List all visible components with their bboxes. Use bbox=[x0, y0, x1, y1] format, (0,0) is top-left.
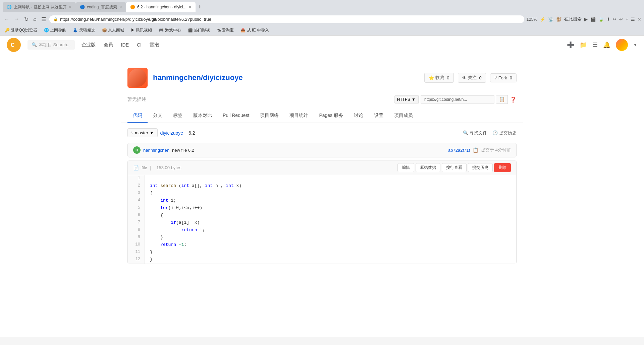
forward-button[interactable]: → bbox=[13, 15, 21, 23]
back-button[interactable]: ← bbox=[3, 15, 11, 23]
bookmark-2[interactable]: 👗 天猫精选 bbox=[71, 27, 96, 34]
project-search[interactable]: 🔍 本项目 Search... bbox=[28, 40, 75, 50]
bookmark-5[interactable]: 🎮 游戏中心 bbox=[157, 27, 182, 34]
nav-leipa[interactable]: 雷泡 bbox=[150, 42, 159, 48]
tab1-favicon: 🌐 bbox=[7, 5, 12, 9]
branch-icon: ⑂ bbox=[131, 131, 133, 135]
nav-ci[interactable]: CI bbox=[137, 42, 142, 48]
file-header: 📄 file | 153.00 bytes 编辑 原始数据 按行查看 提交历史 … bbox=[128, 160, 516, 175]
file-view: 📄 file | 153.00 bytes 编辑 原始数据 按行查看 提交历史 … bbox=[127, 160, 517, 264]
search-shortcut[interactable]: 在此搜索 bbox=[564, 16, 582, 22]
user-avatar[interactable] bbox=[616, 39, 628, 51]
tab-tags[interactable]: 标签 bbox=[168, 109, 188, 123]
bookmark-3[interactable]: 📦 京东商城 bbox=[101, 27, 125, 34]
svg-text:C: C bbox=[11, 42, 15, 48]
repo-tabs: 代码 分支 标签 版本对比 Pull Request 项目网络 项目统计 Pag… bbox=[121, 109, 523, 123]
tab2-close[interactable]: ✕ bbox=[119, 5, 122, 9]
home-button[interactable]: ⌂ bbox=[32, 15, 38, 23]
close-icon[interactable]: ✕ bbox=[638, 17, 641, 22]
line-num-10: 10 bbox=[128, 242, 145, 249]
page: C 🔍 本项目 Search... 企业版 会员 IDE CI 雷泡 ➕ 📁 ☰… bbox=[0, 36, 644, 337]
clone-url-input[interactable] bbox=[421, 95, 494, 104]
nav-ide[interactable]: IDE bbox=[121, 42, 129, 48]
tab-branches[interactable]: 分支 bbox=[148, 109, 168, 123]
line-content-3: { bbox=[145, 190, 516, 197]
fork-button[interactable]: ⑂ Fork 0 bbox=[490, 73, 517, 82]
line-content-10: return -1; bbox=[145, 242, 516, 249]
play-icon: ▶ bbox=[584, 17, 588, 22]
bookmark-0[interactable]: 🔑 登录QQ浏览器 bbox=[3, 27, 39, 34]
delete-button[interactable]: 删除 bbox=[494, 163, 511, 172]
nav-enterprise[interactable]: 企业版 bbox=[82, 42, 96, 48]
edit-button[interactable]: 编辑 bbox=[397, 163, 414, 172]
bookmark-6[interactable]: 🎬 热门影视 bbox=[186, 27, 211, 34]
code-line-6: 6 { bbox=[128, 212, 516, 219]
watch-button[interactable]: 👁 关注 0 bbox=[458, 73, 486, 83]
commit-hash[interactable]: ab72a2f71f bbox=[448, 148, 470, 153]
bell-icon[interactable]: 🔔 bbox=[603, 41, 610, 49]
code-line-10: 10 return -1; bbox=[128, 242, 516, 249]
branch-select[interactable]: ⑂ master ▼ bbox=[127, 128, 158, 137]
commit-history-link[interactable]: 🕐 提交历史 bbox=[492, 130, 517, 136]
line-num-12: 12 bbox=[128, 256, 145, 264]
bookmark-8[interactable]: 📥 从 IE 中导入 bbox=[239, 27, 270, 34]
tab-code[interactable]: 代码 bbox=[127, 109, 148, 123]
add-icon[interactable]: ➕ bbox=[567, 41, 574, 49]
refresh-button[interactable]: ↻ bbox=[23, 15, 30, 23]
copy-url-button[interactable]: 📋 bbox=[496, 95, 508, 104]
bookmark-4[interactable]: ▶ 腾讯视频 bbox=[129, 27, 153, 34]
code-line-3: 3 { bbox=[128, 190, 516, 197]
tab-members[interactable]: 项目成员 bbox=[389, 109, 418, 123]
cut-icon: ✂ bbox=[613, 17, 616, 22]
bookmark-1[interactable]: 🌐 上网导航 bbox=[43, 27, 67, 34]
folder-icon[interactable]: 📁 bbox=[580, 41, 587, 49]
tab3-close[interactable]: ✕ bbox=[189, 5, 192, 9]
tab-stats[interactable]: 项目统计 bbox=[284, 109, 314, 123]
tab1-close[interactable]: ✕ bbox=[69, 5, 72, 9]
committer-name[interactable]: hanmingchen bbox=[143, 148, 169, 153]
line-content-6: { bbox=[145, 212, 516, 219]
star-label: 收藏 bbox=[435, 75, 444, 81]
find-file-link[interactable]: 🔍 寻找文件 bbox=[463, 130, 487, 136]
blame-button[interactable]: 按行查看 bbox=[442, 163, 467, 172]
tab-pr[interactable]: Pull Request bbox=[217, 109, 255, 123]
address-bar[interactable]: 🔒 https://coding.net/u/hanmingchen/p/diy… bbox=[49, 15, 524, 23]
star-count: 0 bbox=[447, 75, 449, 80]
cast-icon: 📡 bbox=[548, 17, 553, 22]
file-header-actions: 编辑 原始数据 按行查看 提交历史 删除 bbox=[397, 163, 511, 172]
protocol-select[interactable]: HTTPS ▼ bbox=[394, 95, 419, 104]
line-content-7: if(a[i]==x) bbox=[145, 219, 516, 227]
nav-member[interactable]: 会员 bbox=[104, 42, 113, 48]
code-line-7: 7 if(a[i]==x) bbox=[128, 219, 516, 227]
line-num-2: 2 bbox=[128, 183, 145, 190]
bookmark-7[interactable]: 🛍 爱淘宝 bbox=[215, 27, 235, 34]
copy-hash-icon[interactable]: 📋 bbox=[473, 147, 478, 153]
browser-tab-2[interactable]: 🔵 coding_百度搜索 ✕ bbox=[76, 2, 126, 12]
chevron-down-icon[interactable]: ▼ bbox=[633, 43, 637, 47]
repo-header: hanmingchen/diyicizuoye ⭐ 收藏 0 👁 关注 0 ⑂ … bbox=[121, 61, 523, 93]
file-history-button[interactable]: 提交历史 bbox=[468, 163, 493, 172]
bookmark-button[interactable]: ☰ bbox=[40, 15, 47, 23]
layout-icon[interactable]: ☰ bbox=[592, 41, 598, 49]
new-tab-button[interactable]: + bbox=[196, 4, 203, 11]
path-root-link[interactable]: diyicizuoye bbox=[160, 130, 183, 136]
help-icon[interactable]: ❓ bbox=[510, 96, 517, 103]
file-actions: 🔍 寻找文件 🕐 提交历史 bbox=[463, 130, 517, 136]
plus-icon: + bbox=[626, 17, 628, 22]
repo-full-name[interactable]: hanmingchen/diyicizuoye bbox=[153, 73, 243, 82]
tab-compare[interactable]: 版本对比 bbox=[188, 109, 217, 123]
find-file-label: 寻找文件 bbox=[470, 130, 487, 136]
tab-network[interactable]: 项目网络 bbox=[255, 109, 284, 123]
tab-discuss[interactable]: 讨论 bbox=[348, 109, 369, 123]
browser-tab-3[interactable]: 🟠 6.2 - hanmingchen - diyici... ✕ bbox=[126, 2, 196, 12]
browser-tab-1[interactable]: 🌐 上网导航 - 轻松上网 从这里开 ✕ bbox=[3, 2, 76, 12]
line-content-2: int search (int a[], int n , int x) bbox=[145, 183, 516, 190]
tab-pages[interactable]: Pages 服务 bbox=[314, 109, 348, 123]
tab-settings[interactable]: 设置 bbox=[369, 109, 389, 123]
file-browser: ⑂ master ▼ diyicizuoye 6.2 🔍 寻找文件 🕐 提交历史 bbox=[121, 123, 523, 269]
star-button[interactable]: ⭐ 收藏 0 bbox=[424, 73, 453, 83]
coding-logo[interactable]: C bbox=[7, 38, 21, 52]
raw-button[interactable]: 原始数据 bbox=[416, 163, 440, 172]
download-icon: ⬇ bbox=[606, 17, 610, 22]
search-placeholder: 本项目 Search... bbox=[39, 42, 71, 48]
